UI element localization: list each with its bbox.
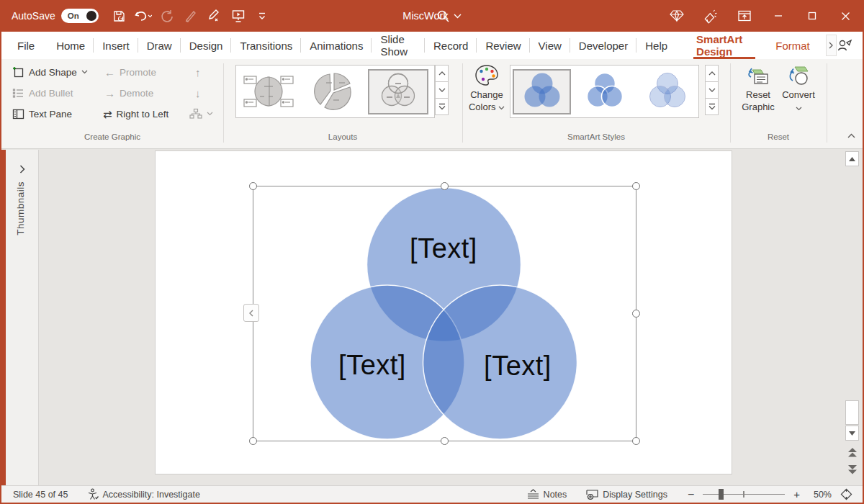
autosave-control[interactable]: AutoSave On (12, 9, 99, 23)
collapse-ribbon-icon[interactable] (842, 128, 860, 143)
save-icon[interactable] (110, 6, 129, 26)
slide-indicator[interactable]: Slide 45 of 45 (9, 490, 72, 500)
draw-pen-icon[interactable] (205, 6, 224, 26)
styles-scroll-down-icon[interactable] (705, 81, 719, 99)
tab-overflow-button[interactable] (826, 35, 837, 56)
resize-handle-bottom-left[interactable] (249, 437, 257, 445)
text-pane-button[interactable]: Text Pane (10, 105, 74, 122)
tab-format[interactable]: Format (767, 32, 819, 59)
zoom-slider-thumb[interactable] (719, 489, 724, 500)
accessibility-person-icon (86, 488, 99, 500)
tab-design[interactable]: Design (181, 32, 232, 59)
resize-handle-middle-right[interactable] (632, 310, 640, 318)
zoom-out-button[interactable]: − (683, 488, 698, 501)
right-to-left-button[interactable]: ⇄ Right to Left (101, 105, 171, 122)
add-bullet-icon (12, 88, 24, 99)
tab-record[interactable]: Record (425, 32, 477, 59)
customize-qat-icon[interactable] (253, 6, 271, 26)
thumbnails-pane-label[interactable]: Thumbnails (15, 181, 26, 235)
titlebar-right-controls (660, 0, 863, 32)
resize-handle-top-center[interactable] (441, 182, 449, 190)
org-chart-dropdown-icon (207, 112, 213, 116)
undo-icon[interactable] (134, 6, 153, 26)
feedback-megaphone-icon[interactable] (693, 0, 727, 32)
layouts-scroll-up-icon[interactable] (435, 65, 449, 82)
layouts-gallery (235, 65, 435, 118)
text-pane-toggle-arrow[interactable] (243, 304, 259, 322)
group-label-layouts: Layouts (223, 132, 462, 141)
fit-slide-to-window-icon[interactable] (836, 488, 857, 500)
close-button[interactable] (829, 0, 863, 32)
zoom-in-button[interactable]: + (789, 488, 804, 500)
ribbon-display-options-icon[interactable] (727, 0, 761, 32)
search-icon[interactable] (432, 5, 454, 27)
share-icon[interactable] (837, 38, 852, 53)
style-option-subtle-transparent[interactable] (638, 69, 696, 114)
tab-view[interactable]: View (530, 32, 570, 59)
resize-handle-bottom-center[interactable] (441, 437, 449, 445)
tab-developer[interactable]: Developer (570, 32, 636, 59)
status-bar-left: Slide 45 of 45 Accessibility: Investigat… (9, 488, 204, 500)
convert-button[interactable]: Convert (780, 63, 816, 116)
change-colors-palette-icon (466, 64, 508, 87)
notes-button[interactable]: Notes (522, 489, 572, 500)
zoom-slider[interactable] (703, 488, 785, 501)
left-arrow-icon: ← (104, 67, 115, 78)
org-chart-icon (189, 108, 202, 120)
scroll-up-icon[interactable] (845, 151, 859, 166)
style-option-simple-fill-selected[interactable] (513, 69, 571, 114)
resize-handle-bottom-right[interactable] (632, 437, 640, 445)
next-slide-icon[interactable] (845, 462, 859, 477)
tab-smartart-design-active[interactable]: SmartArt Design (688, 32, 761, 59)
tab-slide-show[interactable]: Slide Show (372, 32, 425, 59)
tab-draw[interactable]: Draw (138, 32, 181, 59)
styles-gallery-scroll (705, 65, 719, 115)
expand-thumbnails-icon[interactable] (14, 161, 30, 177)
display-settings-button[interactable]: Display Settings (581, 489, 672, 500)
previous-slide-icon[interactable] (845, 445, 859, 459)
tab-transitions[interactable]: Transitions (231, 32, 301, 59)
reset-graphic-button[interactable]: Reset Graphic (737, 63, 779, 115)
premium-diamond-icon[interactable] (660, 0, 693, 32)
layout-option-segmented-pie[interactable] (303, 69, 364, 114)
autosave-state: On (68, 12, 79, 20)
tab-help[interactable]: Help (636, 32, 676, 59)
maximize-button[interactable] (795, 0, 829, 32)
tab-insert[interactable]: Insert (94, 32, 138, 59)
title-bar: AutoSave On (1, 0, 863, 32)
display-settings-icon (585, 489, 599, 500)
slide-canvas[interactable]: [Text] [Text] [Text] (156, 151, 732, 474)
layout-option-basic-venn-selected[interactable] (368, 69, 428, 114)
accessibility-status[interactable]: Accessibility: Investigate (82, 488, 204, 500)
resize-handle-top-right[interactable] (632, 182, 640, 190)
ribbon-tab-row: File Home Insert Draw Design Transitions… (1, 32, 863, 59)
tab-review[interactable]: Review (477, 32, 529, 59)
layouts-gallery-more-icon[interactable] (435, 98, 449, 115)
group-label-reset: Reset (730, 132, 827, 141)
tab-animations[interactable]: Animations (301, 32, 372, 59)
styles-gallery-more-icon[interactable] (705, 98, 719, 115)
scrollbar-thumb[interactable] (845, 400, 859, 425)
style-option-white-outline[interactable] (575, 69, 634, 114)
start-slideshow-icon[interactable] (229, 6, 248, 26)
add-shape-button[interactable]: Add Shape (10, 63, 90, 81)
layouts-scroll-down-icon[interactable] (435, 81, 449, 99)
add-shape-icon (12, 66, 24, 78)
autosave-label: AutoSave (12, 10, 55, 22)
minimize-button[interactable] (761, 0, 795, 32)
group-separator (827, 63, 827, 143)
layout-option-matrix-cycle[interactable] (238, 69, 299, 114)
scroll-down-icon[interactable] (845, 426, 859, 441)
tab-home[interactable]: Home (48, 32, 94, 59)
styles-scroll-up-icon[interactable] (705, 65, 719, 82)
autosave-toggle[interactable]: On (61, 9, 99, 23)
tab-file[interactable]: File (4, 32, 48, 59)
change-colors-button[interactable]: Change Colors (466, 63, 508, 115)
zoom-level[interactable]: 50% (804, 490, 832, 500)
group-label-create-graphic: Create Graphic (1, 132, 223, 141)
convert-icon (780, 64, 816, 87)
text-pane-icon (12, 109, 24, 120)
resize-handle-top-left[interactable] (249, 182, 257, 190)
group-separator (462, 63, 463, 143)
add-bullet-button: Add Bullet (10, 84, 76, 102)
